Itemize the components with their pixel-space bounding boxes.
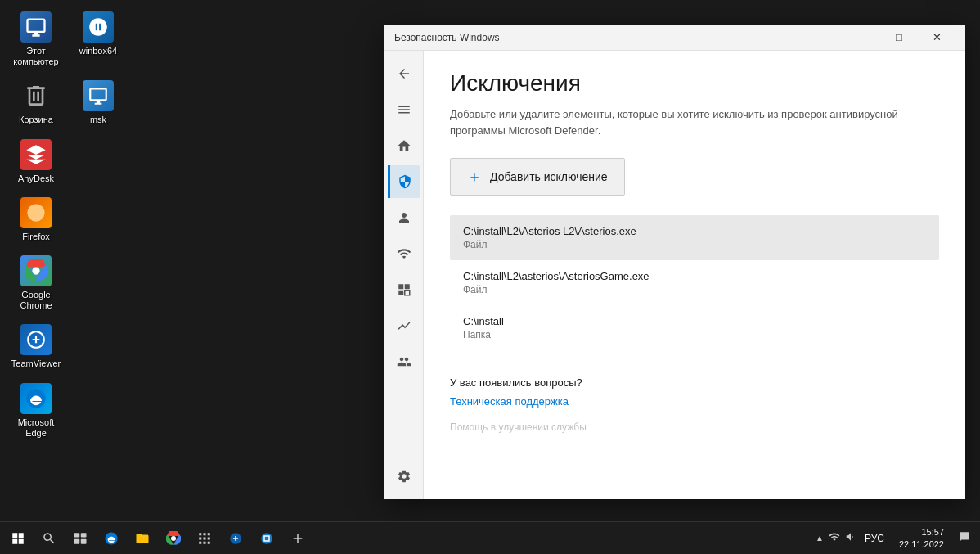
exclusion-list: C:\install\L2\Asterios L2\Asterios.exe Ф… [450, 215, 939, 350]
recycle-label: Корзина [19, 115, 53, 125]
svg-rect-9 [74, 538, 80, 543]
desktop: Этот компьютер winbox64 Корзина [0, 0, 980, 554]
desktop-icon-chrome[interactable]: Google Chrome [8, 252, 64, 314]
taskbar-clock[interactable]: 15:57 22.11.2022 [892, 526, 951, 550]
titlebar-controls: — □ ✕ [843, 25, 955, 51]
nav-account[interactable] [388, 201, 420, 234]
nav-virus-protection[interactable] [388, 165, 420, 198]
taskbar-start-button[interactable] [3, 524, 33, 553]
msk-icon [83, 80, 114, 111]
window-sidebar [384, 51, 424, 499]
help-question: У вас появились вопросы? [450, 376, 939, 389]
desktop-icon-computer[interactable]: Этот компьютер [8, 8, 64, 70]
svg-rect-4 [404, 284, 409, 289]
taskbar-tray: ▲ РУС 15:57 22.11.2022 [809, 526, 980, 550]
footer-text: Помощь в улучшении службы [450, 421, 939, 433]
taskbar-apps-button[interactable] [190, 524, 219, 553]
tray-network[interactable] [829, 531, 840, 545]
close-button[interactable]: ✕ [918, 25, 955, 51]
svg-point-1 [32, 267, 39, 274]
nav-menu[interactable] [388, 93, 420, 126]
exclusion-item-2[interactable]: C:\install Папка [450, 305, 939, 350]
nav-back[interactable] [388, 57, 420, 90]
plus-icon: ＋ [467, 167, 482, 187]
window-title: Безопасность Windows [394, 32, 843, 43]
recycle-icon [20, 80, 52, 111]
teamviewer-label: TeamViewer [11, 358, 61, 369]
tray-language[interactable]: РУС [861, 533, 888, 544]
nav-settings[interactable] [388, 460, 420, 493]
tray-volume[interactable] [845, 531, 856, 545]
nav-family[interactable] [388, 345, 420, 378]
winbox-icon [83, 11, 114, 43]
desktop-icon-recycle[interactable]: Корзина [8, 77, 64, 128]
svg-rect-10 [81, 538, 87, 543]
svg-rect-20 [208, 541, 210, 543]
chrome-icon [20, 255, 52, 286]
maximize-button[interactable]: □ [880, 25, 918, 51]
desktop-icon-msk[interactable]: msk [70, 77, 126, 128]
nav-app-control[interactable] [388, 273, 420, 306]
desktop-icon-anydesk[interactable]: AnyDesk [8, 136, 64, 187]
svg-rect-19 [204, 541, 206, 543]
exclusion-path-1: C:\install\L2\asterios\AsteriosGame.exe [463, 270, 926, 282]
exclusion-item-0[interactable]: C:\install\L2\Asterios L2\Asterios.exe Ф… [450, 215, 939, 260]
chrome-label: Google Chrome [11, 290, 61, 311]
add-exclusion-button[interactable]: ＋ Добавить исключение [450, 158, 625, 196]
exclusion-type-0: Файл [463, 239, 926, 250]
taskbar-teamviewer-button[interactable] [221, 524, 250, 553]
svg-rect-12 [199, 533, 201, 535]
svg-rect-6 [404, 291, 409, 295]
svg-rect-5 [398, 291, 403, 295]
clock-date: 22.11.2022 [899, 538, 944, 550]
anydesk-label: AnyDesk [18, 173, 54, 184]
window-titlebar: Безопасность Windows — □ ✕ [384, 25, 965, 51]
minimize-button[interactable]: — [843, 25, 880, 51]
taskbar-search-button[interactable] [34, 524, 64, 553]
nav-firewall[interactable] [388, 237, 420, 270]
teamviewer-icon [20, 324, 52, 355]
svg-rect-7 [74, 533, 80, 537]
taskbar-add-button[interactable] [283, 524, 312, 553]
svg-rect-17 [208, 537, 210, 539]
desktop-icon-area: Этот компьютер winbox64 Корзина [8, 8, 126, 442]
exclusion-type-2: Папка [463, 329, 926, 340]
svg-point-22 [261, 533, 272, 544]
taskbar-edge-button[interactable] [97, 524, 126, 553]
nav-home[interactable] [388, 129, 420, 162]
desktop-icon-firefox[interactable]: Firefox [8, 194, 64, 245]
tray-overflow[interactable]: ▲ [816, 534, 824, 543]
help-link[interactable]: Техническая поддержка [450, 395, 569, 408]
desktop-icon-teamviewer[interactable]: TeamViewer [8, 321, 64, 372]
exclusion-path-0: C:\install\L2\Asterios L2\Asterios.exe [463, 225, 926, 237]
computer-label: Этот компьютер [11, 46, 61, 67]
firefox-label: Firefox [22, 232, 50, 242]
edge-icon [20, 383, 52, 414]
anydesk-icon [20, 139, 52, 170]
winbox-label: winbox64 [79, 46, 117, 56]
tray-notification[interactable] [955, 531, 973, 545]
help-section: У вас появились вопросы? Техническая под… [450, 376, 939, 408]
taskbar-winbox-button[interactable] [252, 524, 281, 553]
svg-rect-15 [199, 537, 201, 539]
desktop-icon-edge[interactable]: Microsoft Edge [8, 380, 64, 442]
exclusion-item-1[interactable]: C:\install\L2\asterios\AsteriosGame.exe … [450, 260, 939, 305]
exclusion-type-1: Файл [463, 284, 926, 295]
window-content: Исключения Добавьте или удалите элементы… [424, 51, 965, 499]
svg-rect-13 [204, 533, 206, 535]
taskbar-chrome-button[interactable] [159, 524, 188, 553]
taskbar-explorer-button[interactable] [128, 524, 157, 553]
desktop-icon-winbox[interactable]: winbox64 [70, 8, 126, 70]
taskbar: ▲ РУС 15:57 22.11.2022 [0, 521, 980, 554]
svg-rect-18 [199, 541, 201, 543]
edge-label: Microsoft Edge [11, 417, 61, 439]
svg-rect-14 [208, 533, 210, 535]
page-title: Исключения [450, 70, 939, 97]
svg-rect-8 [81, 533, 87, 537]
msk-label: msk [90, 115, 106, 125]
add-exclusion-label: Добавить исключение [490, 170, 608, 183]
firefox-icon [20, 197, 52, 228]
nav-device-health[interactable] [388, 309, 420, 342]
taskbar-taskview-button[interactable] [65, 524, 95, 553]
clock-time: 15:57 [921, 526, 944, 538]
